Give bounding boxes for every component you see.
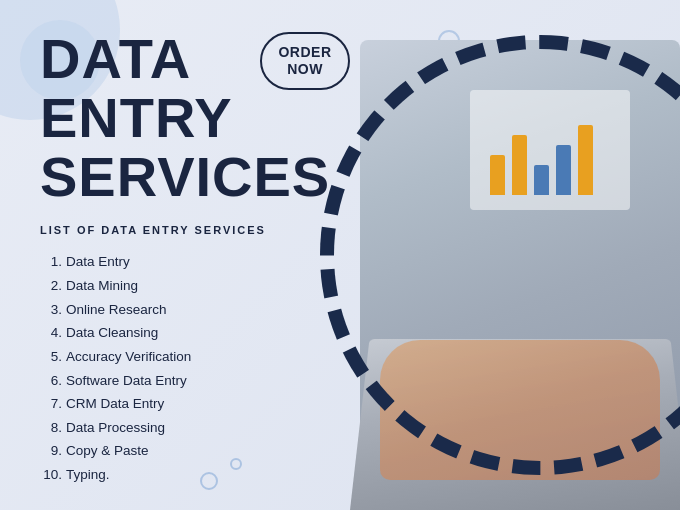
list-item-label: Data Processing [66,416,165,440]
list-item: 7.CRM Data Entry [40,392,360,416]
list-item: 9.Copy & Paste [40,439,360,463]
list-heading: LIST OF DATA ENTRY SERVICES [40,224,360,236]
list-item: 8.Data Processing [40,416,360,440]
list-item-number: 8. [40,416,62,440]
list-item-number: 9. [40,439,62,463]
order-now-button[interactable]: ORDERNOW [260,32,350,90]
list-item-label: Data Entry [66,250,130,274]
list-item: 4.Data Cleansing [40,321,360,345]
list-item: 2.Data Mining [40,274,360,298]
list-item-number: 10. [40,463,62,487]
list-item-number: 3. [40,298,62,322]
list-item-label: Data Mining [66,274,138,298]
services-list: 1.Data Entry2.Data Mining3.Online Resear… [40,250,360,486]
list-item-number: 1. [40,250,62,274]
list-item: 1.Data Entry [40,250,360,274]
list-item: 3.Online Research [40,298,360,322]
main-content: DATA ENTRY SERVICES ORDERNOW LIST OF DAT… [0,0,380,510]
list-item-label: Copy & Paste [66,439,149,463]
list-item-label: CRM Data Entry [66,392,164,416]
list-item-number: 7. [40,392,62,416]
list-item-number: 4. [40,321,62,345]
list-item: 5.Accuracy Verification [40,345,360,369]
list-item: 6.Software Data Entry [40,369,360,393]
list-item-label: Typing. [66,463,110,487]
list-item-number: 6. [40,369,62,393]
page-container: DATA ENTRY SERVICES ORDERNOW LIST OF DAT… [0,0,680,510]
list-item: 10.Typing. [40,463,360,487]
list-item-number: 5. [40,345,62,369]
list-item-label: Data Cleansing [66,321,158,345]
list-item-label: Online Research [66,298,167,322]
order-now-label: ORDERNOW [278,44,331,78]
list-item-label: Accuracy Verification [66,345,191,369]
list-item-number: 2. [40,274,62,298]
list-item-label: Software Data Entry [66,369,187,393]
